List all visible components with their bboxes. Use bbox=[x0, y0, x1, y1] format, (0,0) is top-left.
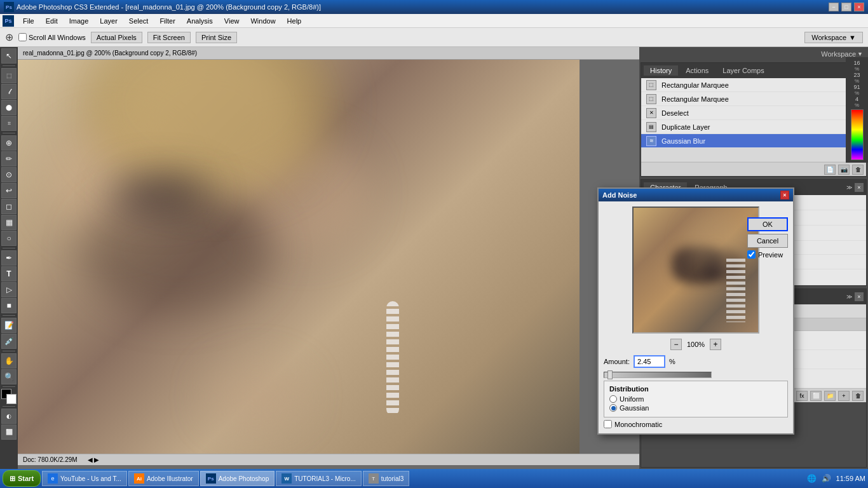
move-tool[interactable]: ↖ bbox=[1, 48, 17, 64]
clone-tool[interactable]: ⊙ bbox=[1, 167, 17, 182]
zoom-in-button[interactable]: + bbox=[710, 339, 721, 350]
history-item[interactable]: ✕ Deselect bbox=[641, 106, 866, 120]
workspace-button[interactable]: Workspace ▼ bbox=[804, 32, 863, 43]
ok-button[interactable]: OK bbox=[747, 217, 788, 231]
hand-tool[interactable]: ✋ bbox=[1, 353, 17, 369]
history-brush-tool[interactable]: ↩ bbox=[1, 183, 17, 198]
print-size-button[interactable]: Print Size bbox=[196, 32, 237, 43]
color-gradient-bar[interactable] bbox=[851, 109, 864, 160]
dodge-tool[interactable]: ○ bbox=[1, 231, 17, 246]
tool-icon: ⊕ bbox=[5, 31, 13, 43]
close-button[interactable]: × bbox=[854, 3, 864, 11]
menu-edit[interactable]: Edit bbox=[41, 16, 63, 26]
taskbar-item-label: Adobe Photoshop bbox=[219, 475, 269, 482]
dialog-buttons: OK Cancel Preview bbox=[747, 217, 788, 259]
actual-pixels-button[interactable]: Actual Pixels bbox=[91, 32, 142, 43]
word-icon: W bbox=[281, 473, 292, 484]
tab-actions[interactable]: Actions bbox=[679, 65, 715, 76]
tab-history[interactable]: History bbox=[644, 65, 678, 76]
create-new-snapshot-button[interactable]: 📷 bbox=[838, 165, 850, 175]
forehead-highlight bbox=[684, 214, 748, 265]
uniform-radio-button[interactable] bbox=[609, 395, 617, 403]
zoom-tool[interactable]: 🔍 bbox=[1, 369, 17, 384]
gradient-tool[interactable]: ▦ bbox=[1, 215, 17, 230]
create-new-document-button[interactable]: 📄 bbox=[824, 165, 836, 175]
menu-file[interactable]: File bbox=[18, 16, 39, 26]
history-item-selected[interactable]: ≋ Gaussian Blur bbox=[641, 134, 866, 148]
delete-layer-button[interactable]: 🗑 bbox=[852, 391, 864, 401]
menu-analysis[interactable]: Analysis bbox=[182, 16, 218, 26]
amount-slider[interactable] bbox=[604, 372, 712, 378]
zoom-out-button[interactable]: − bbox=[670, 339, 682, 350]
taskbar-item-photoshop[interactable]: Ps Adobe Photoshop bbox=[200, 471, 275, 486]
monochromatic-checkbox[interactable] bbox=[604, 420, 612, 428]
menu-window[interactable]: Window bbox=[245, 16, 280, 26]
gaussian-radio-button[interactable] bbox=[609, 404, 617, 412]
preview-label: Preview bbox=[758, 251, 783, 259]
panel-close-button[interactable]: × bbox=[855, 183, 864, 192]
scroll-all-windows-check[interactable]: Scroll All Windows bbox=[18, 33, 86, 41]
scroll-all-windows-checkbox[interactable] bbox=[18, 33, 27, 41]
add-mask-button[interactable]: ⬜ bbox=[810, 391, 822, 401]
title-bar-controls: − □ × bbox=[829, 3, 864, 11]
slider-thumb[interactable] bbox=[607, 370, 613, 379]
status-arrows[interactable]: ◀▶ bbox=[88, 456, 99, 463]
toolbar-divider-3 bbox=[3, 248, 15, 248]
create-new-layer-button[interactable]: + bbox=[838, 391, 850, 401]
quick-select-tool[interactable]: ⬤ bbox=[1, 100, 17, 115]
background-color[interactable] bbox=[6, 394, 17, 404]
pen-tool[interactable]: ✒ bbox=[1, 250, 17, 266]
pearls bbox=[386, 301, 399, 416]
menu-view[interactable]: View bbox=[219, 16, 245, 26]
title-bar: Ps Adobe Photoshop CS3 Extended - [real_… bbox=[0, 0, 868, 14]
shape-tool[interactable]: ■ bbox=[1, 298, 17, 313]
eraser-tool[interactable]: ◻ bbox=[1, 199, 17, 214]
lasso-tool[interactable]: 𝓁 bbox=[1, 84, 17, 99]
taskbar-item-tutorial[interactable]: T tutorial3 bbox=[363, 471, 410, 486]
start-button[interactable]: ⊞ Start bbox=[3, 470, 41, 487]
amount-input[interactable] bbox=[634, 355, 665, 368]
screen-mode[interactable]: ⬜ bbox=[1, 424, 17, 440]
text-tool[interactable]: T bbox=[1, 266, 17, 281]
menu-image[interactable]: Image bbox=[64, 16, 94, 26]
panel-expand-icon[interactable]: ≫ bbox=[846, 294, 852, 300]
tab-layer-comps[interactable]: Layer Comps bbox=[716, 65, 770, 76]
foreground-background-colors[interactable] bbox=[1, 389, 17, 404]
maximize-button[interactable]: □ bbox=[841, 3, 851, 11]
menu-help[interactable]: Help bbox=[282, 16, 307, 26]
menu-layer[interactable]: Layer bbox=[95, 16, 123, 26]
quick-mask-mode[interactable]: ◐ bbox=[1, 409, 17, 424]
taskbar-item-illustrator[interactable]: Ai Adobe Illustrator bbox=[128, 471, 199, 486]
marquee-tool[interactable]: ⬚ bbox=[1, 68, 17, 83]
image-content bbox=[18, 60, 580, 454]
distribution-label: Distribution bbox=[609, 385, 782, 393]
healing-brush-tool[interactable]: ⊕ bbox=[1, 135, 17, 151]
add-layer-style-button[interactable]: fx bbox=[796, 391, 808, 401]
path-selection-tool[interactable]: ▷ bbox=[1, 282, 17, 297]
left-toolbar: ↖ ⬚ 𝓁 ⬤ ⌗ ⊕ ✏ ⊙ ↩ ◻ ▦ ○ ✒ T ▷ ■ 📝 💉 ✋ 🔍 … bbox=[0, 47, 18, 469]
preview-checkbox[interactable] bbox=[747, 250, 756, 259]
menu-select[interactable]: Select bbox=[124, 16, 154, 26]
gaussian-radio-row: Gaussian bbox=[609, 404, 782, 412]
clock: 11:59 AM bbox=[836, 475, 865, 482]
history-item[interactable]: ▤ Duplicate Layer bbox=[641, 120, 866, 134]
menu-filter[interactable]: Filter bbox=[154, 16, 180, 26]
minimize-button[interactable]: − bbox=[829, 3, 839, 11]
history-item[interactable]: ⬚ Rectangular Marquee bbox=[641, 92, 866, 106]
crop-tool[interactable]: ⌗ bbox=[1, 116, 17, 131]
fit-screen-button[interactable]: Fit Screen bbox=[147, 32, 191, 43]
history-item[interactable]: ⬚ Rectangular Marquee bbox=[641, 78, 866, 92]
preview-image bbox=[632, 207, 759, 334]
taskbar-item-word[interactable]: W TUTORIAL3 - Micro... bbox=[276, 471, 362, 486]
eyedropper-tool[interactable]: 💉 bbox=[1, 334, 17, 349]
canvas-image[interactable] bbox=[18, 60, 580, 454]
create-group-button[interactable]: 📁 bbox=[824, 391, 836, 401]
brush-tool[interactable]: ✏ bbox=[1, 151, 17, 166]
panel-expand-icon[interactable]: ≫ bbox=[846, 184, 852, 191]
taskbar-item-youtube[interactable]: e YouTube - Us and T... bbox=[42, 471, 127, 486]
delete-state-button[interactable]: 🗑 bbox=[852, 165, 864, 175]
dialog-close-button[interactable]: × bbox=[780, 191, 789, 200]
notes-tool[interactable]: 📝 bbox=[1, 318, 17, 333]
panel-close-button[interactable]: × bbox=[855, 292, 864, 301]
cancel-button[interactable]: Cancel bbox=[747, 234, 788, 248]
